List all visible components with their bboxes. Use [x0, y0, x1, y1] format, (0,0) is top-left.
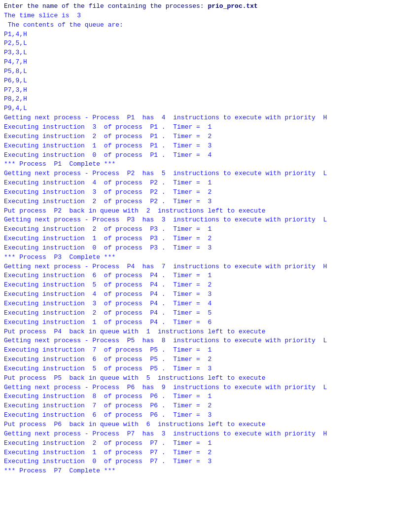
terminal-line: Executing instruction 2 of process P1 . …: [4, 132, 416, 142]
terminal-line: Executing instruction 2 of process P3 . …: [4, 225, 416, 234]
terminal-line: P2,5,L: [4, 39, 416, 48]
terminal-line: P1,4,H: [4, 30, 416, 39]
terminal-line: Executing instruction 1 of process P1 . …: [4, 142, 416, 151]
terminal-line: Put process P6 back in queue with 6 inst…: [4, 420, 416, 430]
terminal-line: Executing instruction 1 of process P7 . …: [4, 448, 416, 458]
terminal-line: P4,7,H: [4, 58, 416, 67]
terminal-line: Executing instruction 5 of process P4 . …: [4, 281, 416, 290]
terminal-line: Executing instruction 8 of process P6 . …: [4, 392, 416, 401]
terminal-line: Executing instruction 2 of process P7 . …: [4, 439, 416, 448]
terminal-line: Enter the name of the file containing th…: [4, 2, 416, 11]
terminal-line: P6,9,L: [4, 76, 416, 86]
terminal-line: Executing instruction 2 of process P2 . …: [4, 197, 416, 207]
terminal-line: Getting next process - Process P5 has 8 …: [4, 336, 416, 346]
terminal-line: Getting next process - Process P6 has 9 …: [4, 383, 416, 393]
terminal-line: Executing instruction 1 of process P3 . …: [4, 234, 416, 244]
terminal-line: *** Process P7 Complete ***: [4, 467, 416, 476]
terminal-line: Executing instruction 4 of process P2 . …: [4, 179, 416, 188]
terminal-line: Executing instruction 0 of process P7 . …: [4, 457, 416, 467]
terminal-line: Put process P5 back in queue with 5 inst…: [4, 374, 416, 383]
terminal-line: Executing instruction 3 of process P1 . …: [4, 123, 416, 132]
terminal-window[interactable]: Enter the name of the file containing th…: [0, 0, 420, 505]
terminal-line: P3,3,L: [4, 48, 416, 58]
terminal-line: *** Process P3 Complete ***: [4, 253, 416, 262]
terminal-line: Executing instruction 2 of process P4 . …: [4, 309, 416, 318]
terminal-line: The contents of the queue are:: [4, 21, 416, 30]
terminal-line: Executing instruction 0 of process P3 . …: [4, 244, 416, 253]
terminal-line: Getting next process - Process P3 has 3 …: [4, 216, 416, 225]
terminal-line: P9,4,L: [4, 104, 416, 113]
terminal-line: Executing instruction 6 of process P5 . …: [4, 355, 416, 364]
terminal-line: Executing instruction 3 of process P2 . …: [4, 188, 416, 197]
terminal-line: Executing instruction 1 of process P4 . …: [4, 318, 416, 327]
terminal-line: Getting next process - Process P1 has 4 …: [4, 113, 416, 123]
terminal-line: Put process P4 back in queue with 1 inst…: [4, 327, 416, 337]
terminal-line: Executing instruction 5 of process P5 . …: [4, 364, 416, 374]
terminal-line: Getting next process - Process P7 has 3 …: [4, 430, 416, 439]
terminal-line: The time slice is 3: [4, 11, 416, 21]
terminal-line: Executing instruction 6 of process P4 . …: [4, 271, 416, 281]
terminal-line: Executing instruction 4 of process P4 . …: [4, 290, 416, 299]
terminal-line: P5,8,L: [4, 67, 416, 76]
terminal-line: *** Process P1 Complete ***: [4, 160, 416, 169]
terminal-line: Executing instruction 3 of process P4 . …: [4, 299, 416, 309]
terminal-line: P8,2,H: [4, 95, 416, 104]
terminal-line: Put process P2 back in queue with 2 inst…: [4, 207, 416, 216]
terminal-line: Executing instruction 7 of process P5 . …: [4, 346, 416, 355]
terminal-line: Executing instruction 0 of process P1 . …: [4, 151, 416, 160]
terminal-line: Getting next process - Process P4 has 7 …: [4, 262, 416, 272]
terminal-line: Getting next process - Process P2 has 5 …: [4, 169, 416, 179]
terminal-line: Executing instruction 7 of process P6 . …: [4, 401, 416, 411]
terminal-line: P7,3,H: [4, 86, 416, 95]
terminal-line: Executing instruction 6 of process P6 . …: [4, 411, 416, 420]
